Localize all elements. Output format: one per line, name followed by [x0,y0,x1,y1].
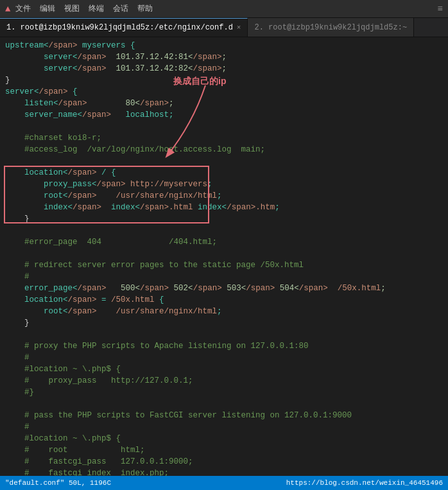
code-text: # fastcgi_index index.php; [5,468,445,476]
code-line: root</span> /usr/share/nginx/html; [0,306,448,317]
code-line: # fastcgi_index index.php; [0,468,448,476]
code-line [0,225,448,236]
code-text: location</span> / { [5,167,445,179]
code-line: server</span> 101.37.12.42:81</span>; [0,51,448,63]
code-line: #charset koi8-r; [0,132,448,144]
code-line [0,155,448,167]
code-text: # proxy the PHP scripts to Apache listen… [5,340,445,352]
code-editor: 换成自己的ip upstream</span> myservers { serv… [0,37,448,476]
code-line: # redirect server error pages to the sta… [0,259,448,271]
code-line: location</span> / { [0,167,448,179]
code-line: # [0,421,448,433]
code-text: # redirect server error pages to the sta… [5,259,445,271]
code-text: } [5,317,445,329]
code-text: #access_log /var/log/nginx/host.access.l… [5,144,445,155]
code-text: # proxy_pass http://127.0.0.1; [5,375,445,387]
code-line: listen</span> 80</span>; [0,98,448,109]
code-text: #} [5,387,445,398]
code-line: server</span> 101.37.12.42:82</span>; [0,63,448,74]
code-line: #location ~ \.php$ { [0,363,448,375]
code-line: # pass the PHP scripts to FastCGI server… [0,410,448,421]
code-text: index</span> index</span>.html index</sp… [5,202,445,213]
code-text [5,155,445,167]
tab-2-label: 2. root@izbp19kniw9k2ljqdjmld5z:~ [254,23,407,32]
code-text: # root html; [5,444,445,456]
code-line [0,329,448,340]
menu-help[interactable]: 帮助 [137,3,153,14]
tab-bar: 1. root@izbp19kniw9k2ljqdjmld5z:/etc/ngi… [0,18,448,37]
code-line: # fastcgi_pass 127.0.0.1:9000; [0,456,448,468]
code-text: server</span> 101.37.12.42:81</span>; [5,51,445,63]
code-line: error_page</span> 500</span> 502</span> … [0,283,448,294]
code-line: # proxy_pass http://127.0.0.1; [0,375,448,387]
menu-view[interactable]: 视图 [64,3,80,14]
menu-session[interactable]: 会话 [113,3,128,14]
code-text: # fastcgi_pass 127.0.0.1:9000; [5,456,445,468]
code-text: server_name</span> localhost; [5,109,445,121]
code-line: # root html; [0,444,448,456]
code-line: # proxy the PHP scripts to Apache listen… [0,340,448,352]
code-line: proxy_pass</span> http://myservers; [0,179,448,190]
code-text [5,121,445,132]
tab-1-close[interactable]: × [237,24,241,31]
window-controls[interactable]: ≡ [438,4,443,14]
code-line: root</span> /usr/share/nginx/html; [0,190,448,202]
code-text: upstream</span> myservers { [5,40,445,51]
code-text: #location ~ \.php$ { [5,363,445,375]
code-text: #charset koi8-r; [5,132,445,144]
code-text: error_page</span> 500</span> 502</span> … [5,283,445,294]
tab-2[interactable]: 2. root@izbp19kniw9k2ljqdjmld5z:~ [248,18,414,37]
titlebar: ▲ 文件 编辑 视图 终端 会话 帮助 ≡ [0,0,448,18]
status-url: https://blog.csdn.net/weixin_46451496 [286,479,443,487]
code-text: root</span> /usr/share/nginx/html; [5,190,445,202]
menu-bar[interactable]: 文件 编辑 视图 终端 会话 帮助 [15,3,153,14]
code-line [0,398,448,410]
code-text [5,225,445,236]
code-line: server_name</span> localhost; [0,109,448,121]
statusbar: "default.conf" 50L, 1196C https://blog.c… [0,476,448,490]
code-text [5,248,445,259]
code-text: proxy_pass</span> http://myservers; [5,179,445,190]
code-line: # [0,352,448,363]
code-line [0,248,448,259]
menu-file[interactable]: 文件 [15,3,31,14]
code-line: #location ~ \.php$ { [0,433,448,444]
code-line: location</span> = /50x.html { [0,294,448,306]
code-text: # [5,352,445,363]
code-text: } [5,74,445,86]
code-text: } [5,213,445,225]
code-line: } [0,74,448,86]
code-text [5,329,445,340]
app-icon: ▲ [5,4,10,14]
code-line: #access_log /var/log/nginx/host.access.l… [0,144,448,155]
code-text: server</span> { [5,86,445,98]
code-text: # pass the PHP scripts to FastCGI server… [5,410,445,421]
tab-1[interactable]: 1. root@izbp19kniw9k2ljqdjmld5z:/etc/ngi… [0,18,248,37]
code-line: index</span> index</span>.html index</sp… [0,202,448,213]
code-text: # [5,421,445,433]
code-line: } [0,213,448,225]
code-text: listen</span> 80</span>; [5,98,445,109]
code-text: server</span> 101.37.12.42:82</span>; [5,63,445,74]
code-line: } [0,317,448,329]
code-line: upstream</span> myservers { [0,40,448,51]
code-line: server</span> { [0,86,448,98]
code-line: #} [0,387,448,398]
code-text: #error_page 404 /404.html; [5,236,445,248]
code-lines: upstream</span> myservers { server</span… [0,40,448,476]
code-text: location</span> = /50x.html { [5,294,445,306]
menu-terminal[interactable]: 终端 [89,3,104,14]
code-text: #location ~ \.php$ { [5,433,445,444]
code-line: # [0,271,448,283]
code-text: # [5,271,445,283]
code-line [0,121,448,132]
status-file-info: "default.conf" 50L, 1196C [5,479,111,487]
code-line: #error_page 404 /404.html; [0,236,448,248]
code-text [5,398,445,410]
code-text: root</span> /usr/share/nginx/html; [5,306,445,317]
tab-1-label: 1. root@izbp19kniw9k2ljqdjmld5z:/etc/ngi… [6,23,233,32]
menu-edit[interactable]: 编辑 [40,3,55,14]
